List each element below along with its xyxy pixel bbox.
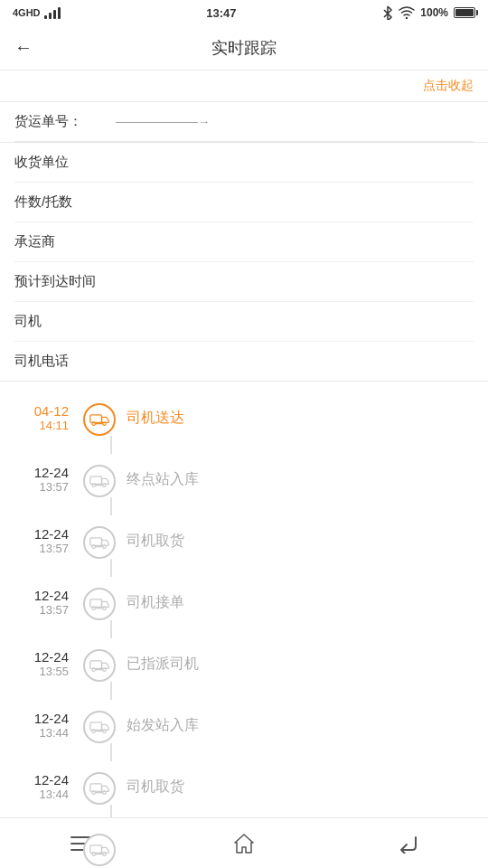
- svg-rect-25: [90, 784, 102, 791]
- info-label: 承运商: [14, 233, 105, 250]
- waybill-label: 货运单号：: [14, 113, 105, 130]
- wifi-icon: [399, 6, 415, 19]
- svg-point-10: [92, 545, 95, 548]
- svg-point-7: [103, 484, 106, 486]
- header: ← 实时跟踪: [0, 25, 488, 71]
- timeline-date: 04-1214:11: [14, 403, 69, 432]
- svg-point-18: [92, 668, 95, 671]
- timeline-date: 12-2413:57: [14, 465, 69, 494]
- waybill-arrow: ———————→: [116, 115, 210, 128]
- svg-rect-9: [90, 538, 102, 545]
- waybill-section: 货运单号： ———————→: [0, 101, 488, 142]
- divider: [0, 381, 488, 382]
- svg-rect-29: [90, 845, 102, 853]
- timeline-date-text: 12-24: [14, 649, 69, 665]
- timeline-truck-icon: [83, 403, 116, 436]
- timeline-event-text: 司机送达: [127, 403, 184, 428]
- timeline-truck-icon: [83, 772, 116, 805]
- svg-point-22: [92, 730, 95, 732]
- info-section: 收货单位件数/托数承运商预计到达时间司机司机电话: [0, 142, 488, 381]
- collapse-row: 点击收起: [0, 71, 488, 101]
- info-label: 司机: [14, 313, 105, 330]
- svg-point-30: [92, 853, 95, 855]
- main-content: 点击收起 货运单号： ———————→ 收货单位件数/托数承运商预计到达时间司机…: [0, 71, 488, 868]
- svg-rect-13: [90, 599, 102, 607]
- timeline-date: 12-2413:55: [14, 649, 69, 678]
- timeline-item: 12-2413:44 司机取货: [14, 758, 474, 819]
- timeline-item: 12-2413:44 始发站入库: [14, 696, 474, 758]
- timeline-truck-icon: [83, 649, 116, 682]
- info-row: 预计到达时间: [14, 262, 474, 302]
- timeline-date: 12-2413:57: [14, 588, 69, 617]
- svg-point-0: [406, 17, 408, 19]
- timeline-time-text: 14:11: [14, 419, 69, 432]
- menu-nav-button[interactable]: [0, 818, 163, 868]
- svg-rect-1: [90, 415, 102, 422]
- info-label: 收货单位: [14, 154, 105, 171]
- back-nav-button[interactable]: [325, 818, 488, 868]
- timeline-event-text: 始发站入库: [127, 711, 199, 735]
- timeline-date: 12-2413:44: [14, 711, 69, 740]
- clock: 13:47: [206, 6, 236, 20]
- info-label: 预计到达时间: [14, 273, 105, 290]
- signal-icon: [44, 6, 61, 19]
- info-label: 司机电话: [14, 353, 105, 370]
- back-arrow-icon: [394, 834, 419, 854]
- timeline-date-text: 12-24: [14, 772, 69, 788]
- svg-point-2: [92, 422, 95, 425]
- timeline-event-text: 司机取货: [127, 526, 184, 551]
- timeline-date: 12-2413:57: [14, 526, 69, 555]
- svg-point-27: [103, 791, 106, 794]
- timeline-time-text: 13:44: [14, 788, 69, 801]
- timeline-event-text: 终点站入库: [127, 465, 199, 489]
- timeline-date-text: 12-24: [14, 588, 69, 603]
- svg-point-14: [92, 607, 95, 609]
- collapse-button[interactable]: 点击收起: [423, 78, 474, 94]
- info-row: 承运商: [14, 222, 474, 262]
- svg-point-23: [103, 730, 106, 732]
- timeline-truck-icon: [83, 711, 116, 743]
- info-row: 收货单位: [14, 143, 474, 183]
- timeline-event-text: 已指派司机: [127, 649, 199, 674]
- timeline-date: 12-2413:44: [14, 772, 69, 801]
- timeline-truck-icon: [83, 588, 116, 620]
- back-button[interactable]: ←: [14, 37, 33, 58]
- status-right: 100%: [382, 5, 475, 20]
- status-bar: 4GHD 13:47 100%: [0, 0, 488, 25]
- battery-icon: [454, 7, 475, 18]
- svg-point-26: [92, 791, 95, 794]
- timeline-truck-icon: [83, 526, 116, 559]
- info-row: 件数/托数: [14, 183, 474, 222]
- svg-rect-17: [90, 661, 102, 668]
- timeline-section: 04-1214:11 司机送达12-2413:57 终点站入库12-2413:5…: [0, 389, 488, 868]
- timeline-date-text: 04-12: [14, 403, 69, 419]
- battery-percent: 100%: [420, 6, 448, 19]
- svg-point-6: [92, 484, 95, 486]
- timeline-date-text: 12-24: [14, 465, 69, 480]
- svg-rect-5: [90, 476, 102, 484]
- svg-point-15: [103, 607, 106, 609]
- svg-point-11: [103, 545, 106, 548]
- timeline-item: 12-2413:57 终点站入库: [14, 450, 474, 512]
- page-title: 实时跟踪: [211, 37, 277, 59]
- timeline-time-text: 13:57: [14, 603, 69, 617]
- bottom-nav: [0, 817, 488, 868]
- timeline-item: 12-2413:55 已指派司机: [14, 635, 474, 696]
- timeline-event-text: 司机接单: [127, 588, 184, 612]
- timeline-item: 12-2413:57 司机接单: [14, 573, 474, 635]
- home-nav-button[interactable]: [163, 818, 325, 868]
- timeline-time-text: 13:55: [14, 665, 69, 678]
- timeline-time-text: 13:57: [14, 542, 69, 555]
- home-icon: [233, 833, 255, 854]
- info-label: 件数/托数: [14, 193, 105, 211]
- timeline-item: 04-1214:11 司机送达: [14, 389, 474, 450]
- network-type: 4GHD: [13, 7, 41, 18]
- bluetooth-icon: [382, 5, 393, 20]
- timeline-time-text: 13:44: [14, 726, 69, 740]
- timeline-event-text: 司机取货: [127, 772, 184, 797]
- timeline-item: 12-2413:57 司机取货: [14, 512, 474, 573]
- svg-point-3: [103, 422, 106, 425]
- timeline-date-text: 12-24: [14, 526, 69, 542]
- timeline-date-text: 12-24: [14, 711, 69, 726]
- waybill-row: 货运单号： ———————→: [14, 102, 474, 142]
